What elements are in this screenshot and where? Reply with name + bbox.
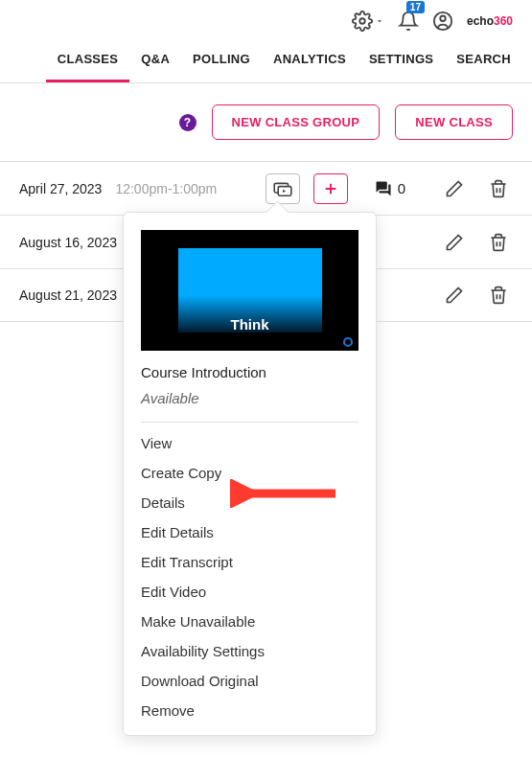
media-icon (273, 181, 292, 196)
chevron-down-icon (375, 16, 384, 26)
class-date: August 16, 2023 (19, 235, 117, 250)
comments-count[interactable]: 0 (373, 180, 405, 197)
comments-value: 0 (398, 180, 405, 196)
tab-qa[interactable]: Q&A (129, 38, 181, 82)
comments-icon (373, 180, 394, 197)
media-button[interactable] (266, 173, 300, 204)
logo-text-prefix: echo (467, 14, 494, 28)
actions-row: ? NEW CLASS GROUP NEW CLASS (0, 83, 532, 161)
user-circle-icon (432, 11, 453, 32)
thumbnail-caption: Think (231, 316, 269, 322)
class-date: August 21, 2023 (19, 287, 117, 303)
video-thumbnail[interactable]: Think (141, 230, 359, 322)
top-bar: 17 echo360 (0, 0, 532, 38)
new-class-group-button[interactable]: NEW CLASS GROUP (212, 104, 381, 140)
svg-point-2 (440, 16, 446, 22)
class-row: April 27, 2023 12:00pm-1:00pm 0 (0, 161, 532, 215)
help-button[interactable]: ? (179, 114, 197, 131)
class-date: April 27, 2023 (19, 181, 102, 196)
trash-icon (489, 286, 508, 305)
plus-icon (323, 181, 338, 196)
tab-classes[interactable]: CLASSES (46, 38, 130, 82)
settings-gear-button[interactable] (352, 11, 384, 32)
logo-text-suffix: 360 (494, 14, 513, 28)
add-content-button[interactable] (313, 173, 348, 204)
content-popover: Think Course Introduction Available View… (123, 212, 377, 322)
tab-search[interactable]: SEARCH (445, 38, 522, 82)
account-button[interactable] (432, 11, 453, 32)
echo360-logo: echo360 (467, 14, 513, 28)
edit-class-button[interactable] (440, 227, 469, 258)
bell-icon (398, 11, 419, 32)
notification-badge: 17 (406, 1, 425, 13)
delete-class-button[interactable] (484, 227, 513, 258)
tab-settings[interactable]: SETTINGS (358, 38, 445, 82)
main-tabs: CLASSES Q&A POLLING ANALYTICS SETTINGS S… (0, 38, 532, 83)
edit-class-button[interactable] (440, 280, 469, 310)
svg-point-0 (359, 18, 365, 24)
delete-class-button[interactable] (484, 173, 513, 204)
trash-icon (489, 233, 508, 252)
new-class-button[interactable]: NEW CLASS (395, 104, 513, 140)
pencil-icon (445, 179, 464, 198)
pencil-icon (445, 286, 464, 305)
edit-class-button[interactable] (440, 173, 469, 204)
gear-icon (352, 11, 373, 32)
trash-icon (489, 179, 508, 198)
tab-analytics[interactable]: ANALYTICS (262, 38, 358, 82)
pencil-icon (445, 233, 464, 252)
tab-polling[interactable]: POLLING (181, 38, 262, 82)
delete-class-button[interactable] (484, 280, 513, 310)
notifications-button[interactable]: 17 (398, 11, 419, 32)
class-time: 12:00pm-1:00pm (115, 181, 217, 196)
